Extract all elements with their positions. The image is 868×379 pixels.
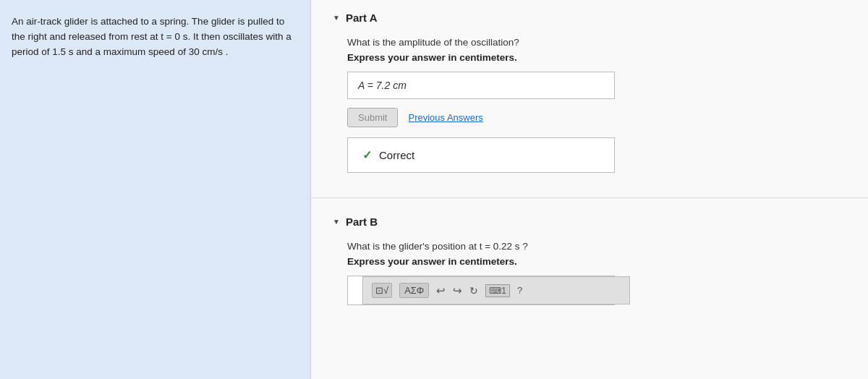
part-b-chevron[interactable]: ▼ xyxy=(333,218,340,226)
part-a-submit-button[interactable]: Submit xyxy=(347,108,398,127)
part-a-section: ▼ Part A What is the amplitude of the os… xyxy=(311,0,868,192)
section-divider xyxy=(311,197,868,198)
refresh-icon[interactable]: ↻ xyxy=(469,285,478,297)
greek-icon[interactable]: ΑΣΦ xyxy=(399,283,429,298)
part-a-chevron[interactable]: ▼ xyxy=(333,14,340,22)
part-a-answer-display: A = 7.2 cm xyxy=(347,72,615,99)
checkmark-icon: ✓ xyxy=(362,148,372,162)
part-b-instruction: Express your answer in centimeters. xyxy=(347,256,839,267)
redo-icon[interactable]: ↪ xyxy=(453,284,462,297)
right-panel: ▼ Part A What is the amplitude of the os… xyxy=(311,0,868,379)
part-a-title: Part A xyxy=(346,12,378,24)
keyboard-icon[interactable]: ⌨1 xyxy=(485,284,510,297)
correct-label: Correct xyxy=(379,149,414,161)
problem-description: An air-track glider is attached to a spr… xyxy=(0,0,311,379)
part-a-submit-row: Submit Previous Answers xyxy=(347,108,839,127)
part-a-instruction: Express your answer in centimeters. xyxy=(347,52,839,63)
part-b-header: ▼ Part B xyxy=(333,216,839,228)
part-b-question: What is the glider's position at t = 0.2… xyxy=(347,241,839,252)
part-a-correct-box: ✓ Correct xyxy=(347,137,615,173)
part-a-header: ▼ Part A xyxy=(333,12,839,24)
part-a-answer-text: A = 7.2 cm xyxy=(358,80,407,91)
undo-icon[interactable]: ↩ xyxy=(436,284,446,297)
part-a-prev-answers-link[interactable]: Previous Answers xyxy=(408,112,482,123)
math-toolbar: ⊡√ ΑΣΦ ↩ ↪ ↻ ⌨1 ? xyxy=(362,276,630,305)
formula-icon[interactable]: ⊡√ xyxy=(372,283,392,298)
problem-text: An air-track glider is attached to a spr… xyxy=(12,14,299,60)
part-b-input-wrapper: ⊡√ ΑΣΦ ↩ ↪ ↻ ⌨1 ? xyxy=(347,276,615,305)
part-b-section: ▼ Part B What is the glider's position a… xyxy=(311,204,868,317)
part-a-question: What is the amplitude of the oscillation… xyxy=(347,37,839,48)
help-icon[interactable]: ? xyxy=(517,285,522,296)
part-b-title: Part B xyxy=(346,216,378,228)
